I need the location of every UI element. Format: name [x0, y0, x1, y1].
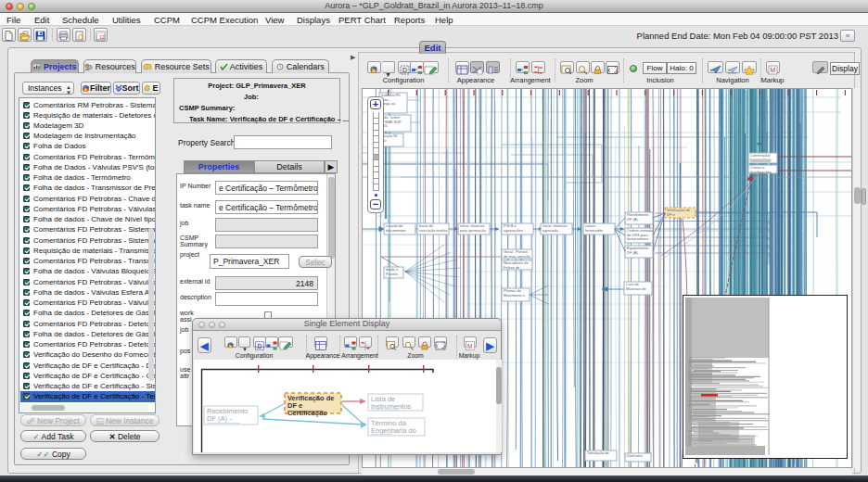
svg-text:D: D — [402, 67, 407, 73]
svg-text:Movimento e: Movimento e — [504, 293, 526, 298]
svg-text:Engenharia do: Engenharia do — [371, 426, 416, 435]
svg-text:agravações -: agravações - — [504, 228, 526, 233]
svg-text:Materiais de: Materiais de — [626, 286, 647, 291]
svg-text:Diretrizes: Diretrizes — [627, 453, 643, 458]
svg-text:DF (A) -: DF (A) - — [627, 217, 641, 222]
svg-text:para aprovação: para aprovação — [460, 228, 487, 233]
svg-text:fornecedor: fornecedor — [585, 228, 604, 233]
svg-text:agravada -: agravada - — [542, 228, 561, 233]
svg-text:documentos: documentos — [386, 228, 406, 233]
svg-text:DF (A) -: DF (A) - — [627, 250, 641, 255]
svg-text:M: M — [771, 67, 776, 73]
svg-text:de mau atenção: de mau atenção — [504, 254, 530, 259]
svg-text:Interligações: Interligações — [750, 170, 772, 174]
svg-text:DF (A) -: DF (A) - — [207, 414, 232, 423]
svg-text:Tabulação de: Tabulação de — [587, 450, 610, 455]
svg-text:12: 12 — [99, 34, 105, 40]
svg-text:D: D — [258, 343, 262, 349]
svg-text:M: M — [467, 343, 472, 349]
svg-text:Certificação: Certificação — [287, 409, 327, 417]
svg-text:fornecedores: fornecedores — [627, 236, 648, 241]
svg-text:execução tarefas: execução tarefas — [419, 228, 447, 233]
svg-text:Painéis: Painéis — [386, 272, 398, 276]
svg-text:DF e: DF e — [667, 212, 675, 217]
svg-text:Falsos de: Falsos de — [504, 265, 520, 270]
